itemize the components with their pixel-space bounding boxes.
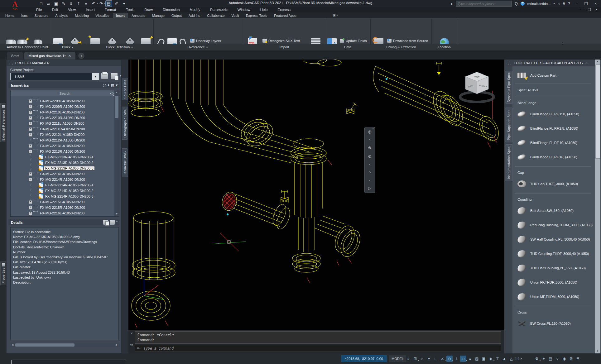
ribbon-tab[interactable]: Add-ins <box>185 13 204 18</box>
menu-item[interactable]: Tools <box>121 8 139 12</box>
ribbon-tab[interactable]: Insert <box>113 13 128 18</box>
external-references-tab[interactable]: External References <box>0 103 7 142</box>
quick-properties-icon[interactable]: ▤ <box>547 356 554 362</box>
tree-expander-icon[interactable] <box>29 116 32 120</box>
snap-icon[interactable]: ⊞ <box>412 356 418 362</box>
panel-label-reference[interactable]: Reference ▼ <box>153 45 244 49</box>
navbar-caret-icon[interactable]: ▾ <box>369 179 370 181</box>
details-section-header[interactable]: Details ▾ <box>8 219 119 225</box>
steering-wheel-icon[interactable]: ◎ <box>368 130 371 134</box>
scroll-up-icon[interactable]: ▲ <box>114 90 119 95</box>
tree-expander-icon[interactable] <box>29 200 32 204</box>
ribbon-tab[interactable]: Analysis <box>52 13 71 18</box>
3d-osnap-icon[interactable]: ◈ <box>488 356 494 362</box>
tree-item[interactable]: FX-MG-2213L-A1050-DN200 <box>11 143 114 149</box>
palette-row[interactable] <box>512 191 595 195</box>
palette-row[interactable]: Butt Strap,SW,,150, (A1050) <box>512 204 595 218</box>
user-dropdown-icon[interactable]: ▾ <box>553 2 555 5</box>
tree-item[interactable]: FX-MG-2214R-A1050-DN200-1 <box>11 182 114 188</box>
scroll-down-icon[interactable]: ▼ <box>114 212 119 216</box>
ribbon-tab[interactable]: Annotate <box>128 13 149 18</box>
plot-icon[interactable]: ≡ <box>83 1 89 7</box>
lineweight-icon[interactable]: ≡ <box>467 356 473 362</box>
block-edit-icon[interactable]: ✐ <box>113 1 120 7</box>
command-close-icon[interactable]: ✕ <box>130 332 133 335</box>
tree-item[interactable]: FX-MG-2210L-A1050-DN200 <box>11 109 114 115</box>
command-input[interactable]: ⌨▾ Type a command <box>135 345 501 352</box>
ortho-icon[interactable]: ∟ <box>433 356 439 362</box>
menu-item[interactable]: View <box>63 8 81 12</box>
tree-expander-icon[interactable] <box>29 133 32 136</box>
palette-row[interactable]: Cross <box>512 308 595 316</box>
customization-icon[interactable]: ≣ <box>575 356 581 362</box>
scroll-up-icon[interactable]: ▲ <box>595 60 600 64</box>
menu-item[interactable]: Dimension <box>158 8 185 12</box>
details-refresh-icon[interactable] <box>110 220 115 225</box>
properties-tab[interactable]: Properties <box>0 261 7 285</box>
locate-drawing-icon[interactable]: ⌖ <box>108 83 109 87</box>
autocad-logo-icon[interactable]: A P3D <box>8 1 22 14</box>
selection-cycling-icon[interactable]: ▣ <box>481 356 487 362</box>
palette-row[interactable]: Reducing Bushing,THDM,,3000, (A1050) <box>512 218 595 232</box>
palette-row[interactable]: BlindFlange,FL,RF,10, (A1050) <box>512 136 595 150</box>
tree-scroll-thumb[interactable] <box>115 96 118 118</box>
palette-row[interactable]: Union MF,THDM,,3000, (A1050) <box>512 290 595 304</box>
open-file-icon[interactable]: ▱ <box>46 1 52 7</box>
palette-row[interactable] <box>512 304 595 308</box>
tree-item[interactable]: FX-MG-2214R-A1050-DN200 <box>11 177 114 182</box>
tree-expander-icon[interactable] <box>29 212 32 215</box>
ribbon-tab[interactable]: Home <box>2 13 18 18</box>
tree-expander-icon[interactable] <box>29 206 32 209</box>
doc-restore-button[interactable]: ❐ <box>586 7 593 12</box>
tree-item[interactable]: FX-MG-2216L-A1050-DN200 <box>11 210 114 216</box>
autodesk-a-icon[interactable]: A <box>563 2 565 6</box>
panel-label-block-definition[interactable]: Block Definition ▼ <box>86 45 153 49</box>
tree-item[interactable]: FX-MG-2212R-A1050-DN200 <box>11 137 114 143</box>
tree-expander-icon[interactable] <box>29 172 32 176</box>
tree-item[interactable]: FX-MG-2215L-A1050-DN200 <box>11 199 114 205</box>
menu-item[interactable]: File <box>31 8 47 12</box>
close-tab-icon[interactable]: ✕ <box>68 54 71 58</box>
palette-row[interactable] <box>512 94 595 99</box>
drawing-area[interactable]: TOP LEFT FRONT ✕ ◎ ▾ ⊕ ⊙ ▾ ○ ▾ ▷ <box>128 60 504 330</box>
minimize-button[interactable]: — <box>573 2 580 6</box>
tree-item[interactable]: FX-MG-2212L-A1050-DN200 <box>11 132 114 137</box>
tree-item[interactable]: FX-MG-2209R-A1050-DN200 <box>11 104 114 109</box>
ribbon-tab[interactable]: Collaborate <box>204 13 228 18</box>
palette-scroll-thumb[interactable] <box>595 65 600 159</box>
menu-item[interactable]: Format <box>100 8 121 12</box>
tree-item[interactable]: FX-MG-2211R-A1050-DN200 <box>11 126 114 132</box>
tree-expander-icon[interactable] <box>29 127 32 131</box>
update-fields-button[interactable]: Update Fields <box>340 39 367 43</box>
tree-search-box[interactable]: Search <box>11 90 119 96</box>
showmotion-icon[interactable]: ▷ <box>368 186 371 190</box>
tree-expander-icon[interactable] <box>29 105 32 108</box>
palette-row[interactable]: THD Half Coupling,PL,,150, (A1050) <box>512 261 595 275</box>
download-from-source-button[interactable]: Download from Source <box>387 39 428 43</box>
menu-item[interactable]: Draw <box>139 8 158 12</box>
palette-row[interactable]: BlindFlange <box>512 99 595 107</box>
menu-item[interactable]: Express <box>272 8 296 12</box>
save-icon[interactable]: ▣ <box>53 1 59 7</box>
navbar-caret-icon[interactable]: ▾ <box>369 138 370 141</box>
ribbon-tab[interactable]: Featured Apps <box>271 13 300 18</box>
workspace-gear-icon[interactable]: ⚙ <box>534 356 540 362</box>
transparency-icon[interactable]: ▨ <box>474 356 480 362</box>
tree-expander-icon[interactable] <box>29 178 32 181</box>
ribbon-display-options-icon[interactable]: ▣ ▾ <box>333 14 338 17</box>
scroll-down-icon[interactable]: ▼ <box>595 349 600 353</box>
clean-screen-icon[interactable]: ⊠ <box>568 356 574 362</box>
tree-expander-icon[interactable] <box>29 111 32 114</box>
tree-item[interactable]: FX-MG-2209L-A1050-DN200 <box>11 98 114 104</box>
copy-project-icon[interactable] <box>111 73 118 79</box>
tree-item[interactable]: FX-MG-2213R-A1050-DN200 <box>11 149 114 154</box>
palette-row[interactable]: Spec: A1050 <box>512 86 595 94</box>
tree-item[interactable]: FX-MG-2214R-A1050-DN200-2 <box>11 188 114 194</box>
doc-close-button[interactable]: × <box>593 7 600 12</box>
tree-item[interactable]: FX-MG-2211L-A1050-DN200 <box>11 121 114 126</box>
dynamic-input-icon[interactable]: + <box>426 356 432 362</box>
tree-expander-icon[interactable] <box>29 150 32 153</box>
palette-row[interactable] <box>512 164 595 169</box>
ribbon-tab[interactable]: Modeling <box>71 13 92 18</box>
palette-row[interactable]: THD Cap,THDF,,3000, (A1050) <box>512 177 595 191</box>
